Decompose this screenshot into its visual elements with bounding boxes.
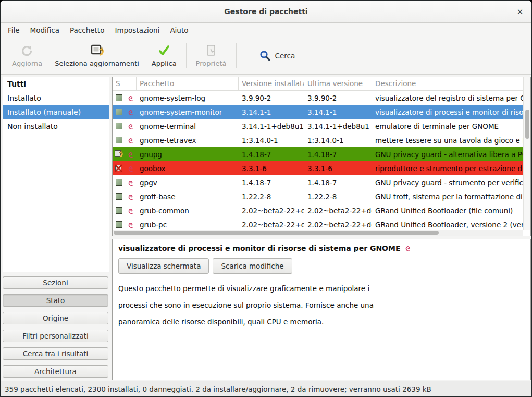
- refresh-button[interactable]: Aggiorna: [6, 42, 48, 69]
- package-description: mettere tessere su una tavola da gioco e…: [372, 136, 523, 145]
- architecture-button[interactable]: Architettura: [3, 365, 108, 378]
- mark-upgrades-button[interactable]: Seleziona aggiornamenti: [48, 42, 145, 69]
- status-installed-icon: [113, 179, 125, 186]
- package-description: emulatore di terminale per GNOME: [372, 122, 523, 130]
- search-results-button[interactable]: Cerca tra i risultati: [3, 347, 108, 360]
- filter-item-not-installed[interactable]: Non installato: [3, 119, 109, 134]
- origin-button[interactable]: Origine: [3, 312, 108, 324]
- package-name: gpgv: [137, 178, 239, 187]
- horizontal-scrollbar-thumb[interactable]: [114, 231, 439, 235]
- sidebar: Tutti Installato Installato (manuale) No…: [3, 77, 109, 380]
- table-row-marked-install[interactable]: gnupg 1.4.18-7 1.4.18-7 GNU privacy guar…: [113, 147, 523, 161]
- package-description: riproduttore e strumento per estrazione …: [372, 164, 523, 173]
- custom-filters-button[interactable]: Filtri personalizzati: [3, 330, 108, 342]
- content-column: S Pacchetto Versione installata Ultima v…: [112, 77, 531, 380]
- debian-swirl-icon: [125, 109, 137, 116]
- details-title: visualizzatore di processi e monitor di …: [118, 244, 525, 252]
- filter-item-installed[interactable]: Installato: [3, 91, 109, 105]
- debian-swirl-icon: [125, 123, 137, 130]
- table-row[interactable]: gpgv 1.4.18-7 1.4.18-7 GNU privacy guard…: [113, 175, 523, 189]
- statusbar-text: 359 pacchetti elencati, 2300 installati,…: [5, 385, 431, 393]
- vertical-scrollbar-thumb[interactable]: [525, 110, 529, 139]
- mark-upgrades-icon: [90, 44, 104, 57]
- package-description: GNU troff, sistema per la formattazione …: [372, 193, 523, 201]
- horizontal-scrollbar[interactable]: [113, 230, 523, 236]
- menu-package[interactable]: Pacchetto: [65, 24, 109, 37]
- search-button[interactable]: Cerca: [254, 47, 301, 65]
- table-row[interactable]: gnome-system-log 3.9.90-2 3.9.90-2 visua…: [113, 91, 523, 105]
- filter-item-installed-manual[interactable]: Installato (manuale): [3, 105, 109, 119]
- menubar: File Modifica Pacchetto Impostazioni Aiu…: [1, 23, 531, 37]
- col-status[interactable]: S: [113, 77, 125, 90]
- status-installed-icon: [113, 123, 125, 129]
- window-title: Gestore di pacchetti: [224, 7, 307, 16]
- apply-button[interactable]: Applica: [145, 42, 183, 69]
- titlebar[interactable]: Gestore di pacchetti ✕: [1, 1, 531, 23]
- installed-version: 3.9.90-2: [239, 94, 304, 102]
- package-description: GRand Unified Bootloader (file comuni): [372, 207, 523, 215]
- package-name: gnome-tetravex: [137, 136, 239, 145]
- status-reinstall-icon: [113, 150, 125, 158]
- debian-swirl-icon: [125, 94, 137, 102]
- close-icon[interactable]: ✕: [515, 7, 525, 17]
- status-installed-icon: [113, 109, 125, 115]
- toolbar-separator: [236, 43, 237, 68]
- status-installed-icon: [113, 207, 125, 214]
- package-description: GRand Unified Bootloader, versione 2 (ve…: [372, 221, 523, 229]
- vertical-scrollbar[interactable]: [523, 77, 530, 230]
- installed-version: 1.4.18-7: [239, 150, 304, 159]
- sections-button[interactable]: Sezioni: [3, 276, 108, 289]
- col-installed-version[interactable]: Versione installata: [239, 77, 304, 90]
- status-remove-icon: [113, 164, 125, 172]
- debian-swirl-icon: [125, 221, 137, 228]
- package-description: visualizzatore di processi e monitor di …: [372, 108, 523, 116]
- installed-version: 1:3.14.0-1: [239, 136, 304, 145]
- installed-version: 2.02~beta2-22+deb8u1: [239, 221, 304, 229]
- table-row[interactable]: grub-common 2.02~beta2-22+deb8u1 2.02~be…: [113, 203, 523, 218]
- table-row-selected[interactable]: gnome-system-monitor 3.14.1-1 3.14.1-1 v…: [113, 105, 523, 119]
- toolbar: Aggiorna Seleziona aggiornamenti Applica: [1, 37, 531, 75]
- latest-version: 3.14.1-1+deb8u1: [304, 122, 372, 130]
- installed-version: 1.22.2-8: [239, 193, 304, 201]
- latest-version: 1.4.18-7: [304, 150, 372, 159]
- table-row[interactable]: gnome-terminal 3.14.1-1+deb8u1 3.14.1-1+…: [113, 119, 523, 133]
- installed-version: 3.3.1-6: [239, 164, 304, 173]
- package-description: GNU privacy guard - strumento per verifi…: [372, 178, 523, 187]
- table-row-marked-remove[interactable]: goobox 3.3.1-6 3.3.1-6 riproduttore e st…: [113, 161, 523, 175]
- menu-file[interactable]: File: [3, 24, 25, 37]
- latest-version: 3.3.1-6: [304, 164, 372, 173]
- menu-help[interactable]: Aiuto: [165, 24, 193, 37]
- col-package[interactable]: Pacchetto: [137, 77, 239, 90]
- properties-icon: [205, 44, 217, 57]
- col-origin[interactable]: [125, 77, 137, 90]
- latest-version: 1.22.2-8: [304, 193, 372, 201]
- properties-button[interactable]: Proprietà: [190, 42, 233, 69]
- filter-item-all[interactable]: Tutti: [3, 77, 109, 91]
- view-screenshot-button[interactable]: Visualizza schermata: [118, 258, 209, 274]
- package-name: goobox: [137, 164, 239, 173]
- main-area: Tutti Installato Installato (manuale) No…: [1, 75, 531, 381]
- details-panel: visualizzatore di processi e monitor di …: [112, 239, 531, 380]
- debian-swirl-icon: [125, 165, 137, 172]
- package-description: GNU privacy guard - alternativa libera a…: [372, 150, 523, 159]
- menu-settings[interactable]: Impostazioni: [109, 24, 165, 37]
- status-installed-icon: [113, 193, 125, 200]
- installed-version: 3.14.1-1: [239, 108, 304, 116]
- col-latest-version[interactable]: Ultima versione: [304, 77, 372, 90]
- details-description: Questo pacchetto permette di visualizzar…: [118, 280, 525, 330]
- menu-edit[interactable]: Modifica: [25, 24, 65, 37]
- package-name: gnome-system-log: [137, 94, 239, 102]
- package-name: gnupg: [137, 150, 239, 159]
- table-row[interactable]: grub-pc 2.02~beta2-22+deb8u1 2.02~beta2-…: [113, 218, 523, 230]
- installed-version: 1.4.18-7: [239, 178, 304, 187]
- table-row[interactable]: gnome-tetravex 1:3.14.0-1 1:3.14.0-1 met…: [113, 133, 523, 147]
- status-button[interactable]: Stato: [3, 294, 108, 307]
- status-installed-icon: [113, 94, 125, 101]
- download-changelog-button[interactable]: Scarica modifiche: [213, 258, 292, 274]
- toolbar-separator: [186, 43, 187, 68]
- col-description[interactable]: Descrizione: [372, 77, 523, 90]
- filter-list: Tutti Installato Installato (manuale) No…: [3, 77, 109, 272]
- table-row[interactable]: groff-base 1.22.2-8 1.22.2-8 GNU troff, …: [113, 189, 523, 203]
- package-manager-window: Gestore di pacchetti ✕ File Modifica Pac…: [0, 0, 532, 397]
- debian-swirl-icon: [125, 179, 137, 186]
